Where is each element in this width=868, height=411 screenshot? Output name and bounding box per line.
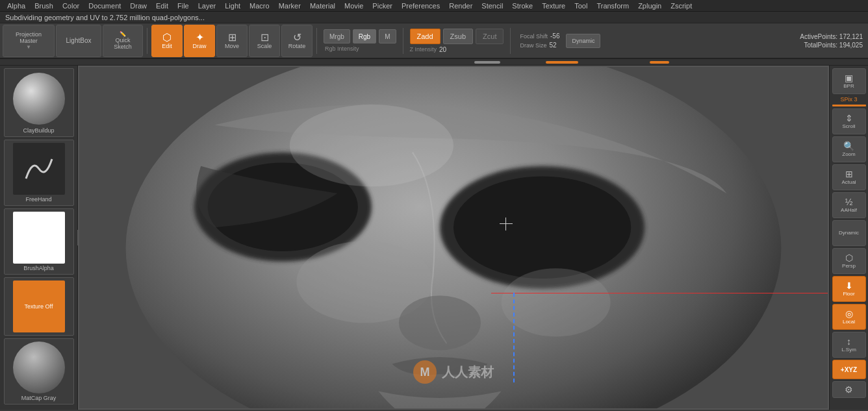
actual-button[interactable]: ⊞ Actual bbox=[832, 164, 866, 190]
strip-slider-center[interactable] bbox=[474, 61, 500, 64]
rgb-toggle[interactable]: Rgb bbox=[353, 29, 376, 44]
menu-edit[interactable]: Edit bbox=[151, 1, 173, 11]
zsub-button[interactable]: Zsub bbox=[443, 29, 473, 44]
freehand-preview bbox=[13, 143, 65, 195]
bpr-icon: ▣ bbox=[845, 73, 853, 82]
xyz-button[interactable]: +XYZ bbox=[832, 360, 866, 379]
menu-light[interactable]: Light bbox=[220, 1, 245, 11]
blue-dashed-line bbox=[513, 293, 515, 382]
zoom-label: Zoom bbox=[842, 152, 855, 157]
menu-material[interactable]: Material bbox=[305, 1, 340, 11]
menu-zplugin[interactable]: Zplugin bbox=[633, 1, 666, 11]
menu-stencil[interactable]: Stencil bbox=[477, 1, 507, 11]
svg-point-7 bbox=[502, 268, 611, 336]
status-text: Subdividing geometry and UV to 2.752 mil… bbox=[5, 14, 205, 21]
persp-button[interactable]: ⬡ Persp bbox=[832, 248, 866, 274]
menu-texture[interactable]: Texture bbox=[537, 1, 570, 11]
draw-button[interactable]: ✦ Draw bbox=[184, 25, 215, 57]
menu-picker[interactable]: Picker bbox=[368, 1, 397, 11]
zadd-button[interactable]: Zadd bbox=[410, 29, 440, 44]
local-button[interactable]: ◎ Local bbox=[832, 304, 866, 330]
scroll-label: Scroll bbox=[842, 124, 855, 129]
menu-zscript[interactable]: Zscript bbox=[666, 1, 696, 11]
menu-draw[interactable]: Draw bbox=[125, 1, 151, 11]
alpha-label: BrushAlpha bbox=[23, 265, 54, 271]
svg-point-8 bbox=[399, 295, 481, 350]
gear-button[interactable]: ⚙ bbox=[832, 381, 866, 398]
face-sculpture bbox=[78, 66, 829, 410]
actual-label: Actual bbox=[841, 180, 856, 185]
menu-preferences[interactable]: Preferences bbox=[397, 1, 444, 11]
menu-macro[interactable]: Macro bbox=[245, 1, 274, 11]
scale-button[interactable]: ⊡ Scale bbox=[249, 25, 280, 57]
rgb-intensity-label: Rgb Intensity bbox=[324, 45, 396, 52]
spix-indicator bbox=[832, 105, 866, 106]
aahalf-label: AAHalf bbox=[841, 208, 857, 213]
lightbox-button[interactable]: LightBox bbox=[56, 25, 101, 57]
menu-render[interactable]: Render bbox=[444, 1, 477, 11]
menu-transform[interactable]: Transform bbox=[592, 1, 633, 11]
menu-tool[interactable]: Tool bbox=[570, 1, 592, 11]
scroll-button[interactable]: ⇕ Scroll bbox=[832, 108, 866, 134]
rotate-label: Rotate bbox=[288, 44, 306, 49]
bpr-button[interactable]: ▣ BPR bbox=[832, 68, 866, 94]
toolbar-divider-4 bbox=[510, 28, 511, 54]
watermark: M 人人素材 bbox=[413, 360, 494, 384]
draw-icon: ✦ bbox=[196, 32, 204, 43]
quick-sketch-label: QuickSketch bbox=[114, 37, 132, 50]
matcap-panel[interactable]: MatCap Gray bbox=[4, 338, 74, 405]
aahalf-button[interactable]: ½ AAHalf bbox=[832, 192, 866, 218]
floor-label: Floor bbox=[843, 292, 854, 297]
menu-alpha[interactable]: Alpha bbox=[3, 1, 30, 11]
menu-movie[interactable]: Movie bbox=[340, 1, 368, 11]
zcut-button[interactable]: Zcut bbox=[476, 29, 504, 44]
local-label: Local bbox=[843, 319, 855, 325]
slider-strip bbox=[0, 59, 868, 66]
persp-icon: ⬡ bbox=[845, 253, 853, 262]
m-toggle[interactable]: M bbox=[379, 29, 396, 44]
canvas-area[interactable]: M 人人素材 bbox=[78, 66, 829, 410]
brush-panel[interactable]: ClayBuildup bbox=[4, 68, 74, 137]
alpha-panel[interactable]: BrushAlpha bbox=[4, 208, 74, 275]
move-button[interactable]: ⊞ Move bbox=[216, 25, 248, 57]
strip-slider-orange1[interactable] bbox=[546, 61, 578, 64]
freehand-label: FreeHand bbox=[25, 196, 51, 203]
menu-color[interactable]: Color bbox=[58, 1, 84, 11]
lsym-button[interactable]: ↕ L.Sym bbox=[832, 332, 866, 358]
projection-master-button[interactable]: ProjectionMaster ▼ bbox=[3, 25, 55, 57]
texture-off-text: Texture Off bbox=[25, 303, 53, 310]
menu-layer[interactable]: Layer bbox=[194, 1, 221, 11]
claybuildup-label: ClayBuildup bbox=[23, 127, 54, 134]
quick-sketch-button[interactable]: ✏️ QuickSketch bbox=[103, 25, 143, 57]
scroll-icon: ⇕ bbox=[845, 114, 853, 123]
toolbar: ProjectionMaster ▼ LightBox ✏️ QuickSket… bbox=[0, 23, 868, 59]
move-label: Move bbox=[225, 44, 239, 49]
red-measurement-line bbox=[491, 293, 829, 293]
lightbox-label: LightBox bbox=[66, 37, 92, 44]
dynamic-toggle[interactable]: Dynamic bbox=[566, 34, 600, 48]
dynamic-button[interactable]: Dynamic bbox=[832, 220, 866, 246]
menu-stroke[interactable]: Stroke bbox=[507, 1, 537, 11]
local-icon: ◎ bbox=[845, 309, 853, 318]
menu-document[interactable]: Document bbox=[84, 1, 125, 11]
main-content: ClayBuildup FreeHand BrushAlpha Texture … bbox=[0, 66, 868, 410]
aahalf-icon: ½ bbox=[845, 197, 853, 206]
menu-brush[interactable]: Brush bbox=[30, 1, 58, 11]
menu-file[interactable]: File bbox=[173, 1, 194, 11]
left-sidebar: ClayBuildup FreeHand BrushAlpha Texture … bbox=[0, 66, 78, 410]
alpha-preview bbox=[13, 212, 65, 264]
z-intensity-label: Z Intensity bbox=[410, 46, 437, 53]
menu-marker[interactable]: Marker bbox=[274, 1, 305, 11]
strip-slider-orange2[interactable] bbox=[650, 61, 669, 64]
svg-point-10 bbox=[290, 105, 453, 186]
mrgb-toggle[interactable]: Mrgb bbox=[324, 29, 350, 44]
edit-button[interactable]: ⬡ Edit bbox=[151, 25, 183, 57]
floor-icon: ⬇ bbox=[845, 281, 853, 290]
move-icon: ⊞ bbox=[228, 32, 236, 43]
freehand-panel[interactable]: FreeHand bbox=[4, 140, 74, 206]
floor-button[interactable]: ⬇ Floor bbox=[832, 276, 866, 302]
zoom-button[interactable]: 🔍 Zoom bbox=[832, 136, 866, 162]
scale-icon: ⊡ bbox=[261, 32, 269, 43]
texture-panel[interactable]: Texture Off bbox=[4, 277, 74, 336]
rotate-button[interactable]: ↺ Rotate bbox=[281, 25, 313, 57]
